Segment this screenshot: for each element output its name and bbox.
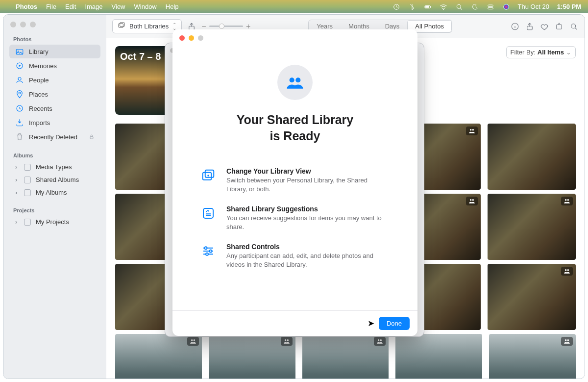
info-icon[interactable] [510,22,520,31]
filter-by[interactable]: Filter By: All Items ⌄ [506,46,576,58]
sidebar-header-albums: Albums [7,151,102,160]
siri-icon[interactable] [502,3,510,11]
window-menu[interactable]: Window [134,3,157,10]
edit-menu[interactable]: Edit [65,3,76,10]
rotate-icon[interactable] [554,22,564,31]
shared-badge-icon [374,337,386,346]
svg-point-49 [206,253,208,255]
sidebar-item-recently-deleted[interactable]: Recently Deleted [9,130,100,144]
shared-badge-icon [187,337,199,346]
spotlight-icon[interactable] [455,3,463,11]
filter-label: Filter By: [511,49,536,56]
dialog-title-line2: is Ready [237,128,354,144]
svg-point-42 [295,77,300,82]
search-icon[interactable] [569,22,579,31]
dialog-traffic-lights[interactable] [179,35,203,41]
feature-title: Change Your Library View [226,167,389,175]
favorite-icon[interactable] [539,22,549,31]
app-menu[interactable]: Photos [16,3,37,10]
svg-rect-43 [203,173,212,180]
sidebar-item-memories[interactable]: Memories [9,59,100,73]
svg-point-47 [205,247,207,249]
chevron-updown-icon: ⌃⌄ [172,23,176,30]
svg-point-9 [503,4,509,9]
sidebar-item-library[interactable]: Library [9,45,100,58]
recents-icon [15,104,24,113]
sidebar-item-places[interactable]: Places [9,87,100,101]
feature-desc: You can receive suggestions for items yo… [226,214,389,231]
photo-tile[interactable] [395,334,482,379]
sidebar-item-my-projects[interactable]: › My Projects [9,216,100,228]
export-icon[interactable] [525,22,535,31]
svg-marker-13 [19,65,22,67]
window-traffic-lights[interactable] [10,22,99,27]
photo-tile[interactable] [209,334,295,379]
controls-icon [201,243,218,269]
feature-title: Shared Controls [226,243,389,251]
time-machine-icon[interactable] [392,3,400,11]
control-center-icon[interactable] [487,3,494,11]
sidebar: Photos Library Memories People Places Re… [3,15,106,379]
svg-rect-23 [557,25,562,29]
shared-badge-icon [561,267,573,276]
svg-point-28 [472,199,474,201]
view-menu[interactable]: View [112,3,125,10]
feature-title: Shared Library Suggestions [226,205,389,213]
menubar-date[interactable]: Thu Oct 20 [518,3,549,10]
svg-point-35 [285,339,287,341]
menubar-time[interactable]: 1:50 PM [557,3,581,10]
svg-point-39 [565,339,567,341]
sidebar-header-photos: Photos [7,34,102,44]
dialog-title-line1: Your Shared Library [237,112,354,128]
wifi-icon[interactable] [440,3,447,11]
svg-rect-44 [205,170,214,178]
library-toggle[interactable]: Both Libraries ⌃⌄ [112,19,182,33]
system-menubar: Photos File Edit Image View Window Help … [0,0,588,13]
svg-point-15 [19,92,21,94]
svg-point-34 [193,339,195,341]
photo-tile[interactable] [488,124,576,190]
bluetooth-icon[interactable] [408,3,416,11]
svg-rect-17 [90,137,93,139]
library-toggle-label: Both Libraries [129,23,169,30]
help-menu[interactable]: Help [166,3,179,10]
svg-point-40 [567,339,569,341]
svg-point-48 [210,250,212,253]
date-label: Oct 7 – 8 [120,51,161,62]
done-button[interactable]: Done [379,317,410,330]
sidebar-item-label: Library [29,48,49,55]
shared-badge-icon [466,127,478,135]
photo-tile[interactable] [488,194,576,260]
suggestions-icon [201,205,218,231]
svg-point-37 [378,339,380,341]
chevron-right-icon: › [15,189,19,196]
sidebar-item-media-types[interactable]: › Media Types [9,161,100,173]
sidebar-item-my-albums[interactable]: › My Albums [9,186,100,199]
image-menu[interactable]: Image [85,3,102,10]
memories-icon [15,61,24,70]
photo-tile[interactable] [489,334,576,379]
sidebar-item-shared-albums[interactable]: › Shared Albums [9,174,100,186]
svg-rect-19 [120,23,124,26]
sidebar-item-people[interactable]: People [9,73,100,87]
svg-point-30 [567,199,569,201]
sidebar-item-imports[interactable]: Imports [9,116,100,129]
shared-badge-icon [281,337,293,346]
photo-tile[interactable] [115,334,202,379]
svg-rect-2 [430,6,431,7]
svg-rect-18 [119,24,123,27]
dnd-icon[interactable] [471,3,479,11]
svg-rect-46 [203,208,213,218]
sidebar-item-recents[interactable]: Recents [9,102,100,115]
chevron-right-icon: › [15,176,19,183]
places-icon [15,90,24,99]
svg-rect-6 [488,5,493,6]
file-menu[interactable]: File [46,3,56,10]
svg-point-38 [380,339,382,341]
sidebar-item-label: Shared Albums [36,176,79,183]
photo-tile[interactable] [302,334,389,379]
shared-badge-icon [466,197,478,205]
photo-tile[interactable] [488,264,576,330]
trash-icon [15,132,24,141]
battery-icon[interactable] [424,3,432,11]
